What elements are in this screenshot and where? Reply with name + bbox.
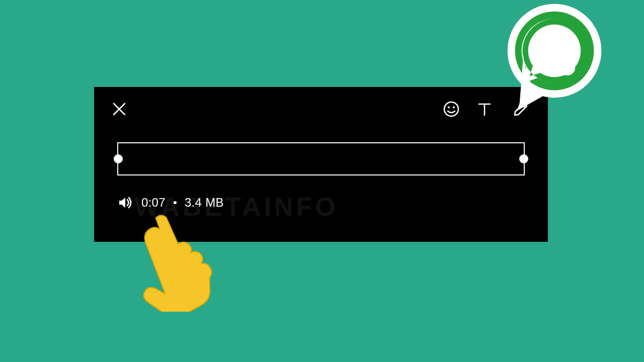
video-trim-track[interactable] [117, 142, 525, 175]
emoji-icon [443, 101, 460, 118]
separator-dot [174, 201, 177, 204]
media-editor-panel: WABETAINFO [94, 87, 548, 242]
mute-toggle-button[interactable] [117, 195, 133, 211]
text-tool-button[interactable] [474, 99, 495, 119]
emoji-button[interactable] [441, 99, 461, 119]
svg-point-2 [453, 107, 455, 109]
whatsapp-logo-icon [498, 2, 611, 115]
media-size: 3.4 MB [185, 196, 224, 210]
close-button[interactable] [109, 99, 129, 119]
editor-toolbar [94, 87, 548, 127]
stage: WABETAINFO [0, 0, 644, 362]
media-duration: 0:07 [141, 196, 166, 210]
svg-point-1 [448, 107, 450, 109]
trim-handle-start[interactable] [114, 154, 123, 163]
close-icon [111, 101, 127, 117]
volume-icon [118, 195, 133, 210]
text-tool-icon [476, 101, 493, 118]
trim-handle-end[interactable] [519, 154, 528, 163]
svg-point-0 [444, 102, 458, 116]
media-info-row: 0:07 3.4 MB [117, 193, 224, 213]
